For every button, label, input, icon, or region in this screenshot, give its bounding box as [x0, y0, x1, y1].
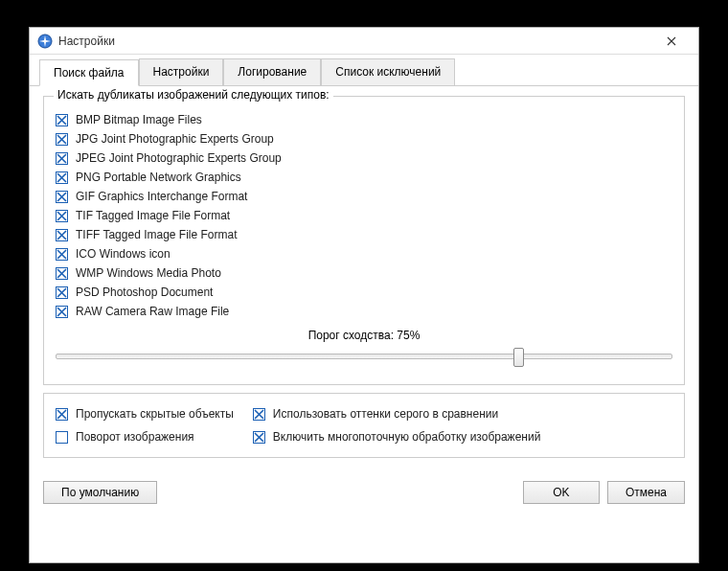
option-right-checkbox[interactable]: [253, 431, 265, 444]
cancel-button[interactable]: Отмена: [607, 481, 685, 504]
filetype-checkbox[interactable]: [56, 152, 68, 165]
filetype-label: JPEG Joint Photographic Experts Group: [76, 151, 282, 165]
window-title: Настройки: [58, 34, 652, 48]
filetype-checkbox[interactable]: [56, 210, 68, 222]
app-icon: [37, 34, 53, 49]
options-col-left: Пропускать скрытые объектыПоворот изобра…: [56, 405, 234, 445]
dialog-footer: По умолчанию OK Отмена: [30, 473, 698, 515]
filetype-checkbox[interactable]: [56, 286, 68, 299]
filetype-row: ICO Windows icon: [56, 244, 672, 263]
filetype-row: GIF Graphics Interchange Format: [56, 187, 672, 206]
filetype-checkbox[interactable]: [56, 114, 68, 126]
filetype-row: TIFF Tagged Image File Format: [56, 225, 672, 244]
filetype-checkbox[interactable]: [56, 267, 68, 280]
option-right-row: Использовать оттенки серого в сравнении: [253, 405, 541, 423]
threshold-slider[interactable]: [56, 348, 672, 367]
filetype-label: PSD Photoshop Document: [76, 286, 213, 299]
filetype-label: BMP Bitmap Image Files: [76, 113, 202, 126]
option-right-checkbox[interactable]: [253, 408, 265, 421]
threshold-label: Порог сходства: 75%: [56, 329, 672, 342]
option-left-row: Пропускать скрытые объекты: [56, 405, 234, 423]
options-row: Пропускать скрытые объектыПоворот изобра…: [56, 405, 672, 445]
option-left-checkbox[interactable]: [56, 408, 68, 421]
option-right-row: Включить многопоточную обработку изображ…: [253, 428, 541, 445]
option-left-checkbox[interactable]: [56, 431, 68, 444]
filetype-row: WMP Windows Media Photo: [56, 263, 672, 283]
defaults-button[interactable]: По умолчанию: [43, 481, 157, 504]
filetype-label: JPG Joint Photographic Experts Group: [76, 132, 274, 146]
options-col-right: Использовать оттенки серого в сравненииВ…: [253, 405, 541, 445]
filetype-row: RAW Camera Raw Image File: [56, 302, 672, 321]
filetype-row: TIF Tagged Image File Format: [56, 206, 672, 225]
filetype-label: RAW Camera Raw Image File: [76, 305, 229, 318]
filetype-checkbox[interactable]: [56, 133, 68, 146]
option-right-label: Использовать оттенки серого в сравнении: [273, 407, 498, 421]
close-icon: [667, 36, 676, 46]
filetype-row: JPEG Joint Photographic Experts Group: [56, 148, 672, 168]
filetype-row: PSD Photoshop Document: [56, 283, 672, 302]
filetypes-group: Искать дубликаты изображений следующих т…: [43, 96, 685, 385]
filetype-label: PNG Portable Network Graphics: [76, 171, 241, 184]
settings-dialog: Настройки Поиск файла Настройки Логирова…: [29, 27, 699, 563]
filetype-label: GIF Graphics Interchange Format: [76, 190, 247, 203]
filetype-checkbox[interactable]: [56, 171, 68, 184]
tab-logging[interactable]: Логирование: [223, 58, 321, 85]
filetype-label: TIFF Tagged Image File Format: [76, 228, 238, 241]
filetype-checkbox[interactable]: [56, 229, 68, 241]
option-left-row: Поворот изображения: [56, 428, 234, 445]
option-left-label: Поворот изображения: [76, 430, 194, 444]
filetype-row: BMP Bitmap Image Files: [56, 110, 672, 129]
tab-settings[interactable]: Настройки: [139, 58, 224, 85]
filetype-checkbox[interactable]: [56, 248, 68, 261]
option-right-label: Включить многопоточную обработку изображ…: [273, 430, 541, 444]
filetypes-list: BMP Bitmap Image FilesJPG Joint Photogra…: [56, 110, 672, 321]
tab-file-search[interactable]: Поиск файла: [39, 59, 139, 86]
options-group: Пропускать скрытые объектыПоворот изобра…: [43, 393, 685, 458]
ok-button[interactable]: OK: [523, 481, 600, 504]
tab-exclusions[interactable]: Список исключений: [321, 58, 455, 85]
filetype-label: TIF Tagged Image File Format: [76, 209, 230, 222]
tab-content: Искать дубликаты изображений следующих т…: [30, 86, 698, 473]
filetypes-group-label: Искать дубликаты изображений следующих т…: [54, 88, 333, 102]
slider-thumb[interactable]: [513, 348, 524, 367]
option-left-label: Пропускать скрытые объекты: [76, 407, 234, 421]
filetype-row: JPG Joint Photographic Experts Group: [56, 129, 672, 148]
filetype-label: ICO Windows icon: [76, 247, 171, 261]
filetype-row: PNG Portable Network Graphics: [56, 168, 672, 187]
filetype-checkbox[interactable]: [56, 306, 68, 318]
close-button[interactable]: [652, 28, 691, 55]
tab-strip: Поиск файла Настройки Логирование Список…: [30, 58, 698, 86]
filetype-checkbox[interactable]: [56, 191, 68, 203]
slider-track: [56, 354, 672, 359]
filetype-label: WMP Windows Media Photo: [76, 266, 221, 280]
titlebar: Настройки: [30, 28, 698, 55]
